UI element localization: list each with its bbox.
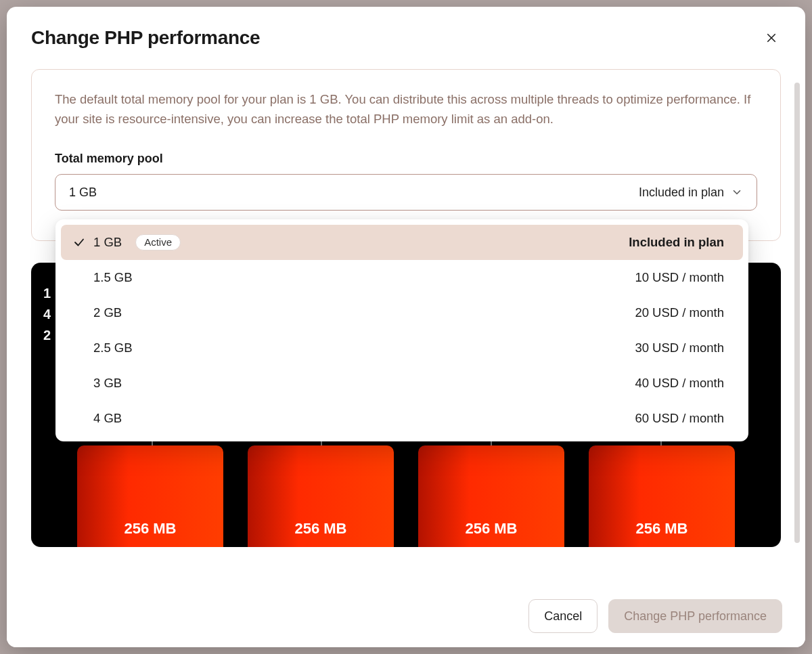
modal-body: The default total memory pool for your p… <box>7 69 805 647</box>
option-price: 60 USD / month <box>635 411 724 426</box>
thread-memory: 256 MB <box>465 520 517 538</box>
memory-option-2gb[interactable]: 2 GB 20 USD / month <box>61 295 743 330</box>
memory-option-1gb[interactable]: 1 GB Active Included in plan <box>61 225 743 260</box>
diagram-meta-line: 4 <box>43 304 51 325</box>
diagram-threads: 256 MB 256 MB 256 MB 256 MB <box>77 445 735 547</box>
option-price: 20 USD / month <box>635 305 724 320</box>
thread-memory: 256 MB <box>635 520 687 538</box>
diagram-meta: 1 4 2 <box>43 283 51 346</box>
option-price: Included in plan <box>629 235 724 250</box>
thread-card: 256 MB <box>77 445 223 547</box>
option-label: 2.5 GB <box>93 341 133 355</box>
cancel-button[interactable]: Cancel <box>528 599 597 633</box>
chevron-down-icon <box>731 186 743 198</box>
memory-pool-dropdown: 1 GB Active Included in plan 1.5 GB 10 U… <box>55 219 748 441</box>
select-right-group: Included in plan <box>639 186 743 200</box>
thread-card: 256 MB <box>589 445 735 547</box>
memory-option-1-5gb[interactable]: 1.5 GB 10 USD / month <box>61 260 743 295</box>
memory-option-2-5gb[interactable]: 2.5 GB 30 USD / month <box>61 330 743 366</box>
field-label-total-memory-pool: Total memory pool <box>55 152 757 166</box>
thread-memory: 256 MB <box>124 520 176 538</box>
modal-header: Change PHP performance <box>7 7 805 69</box>
scrollbar-thumb[interactable] <box>794 83 800 543</box>
diagram-meta-line: 2 <box>43 325 51 346</box>
change-php-performance-button[interactable]: Change PHP performance <box>608 599 782 633</box>
memory-option-3gb[interactable]: 3 GB 40 USD / month <box>61 366 743 401</box>
select-value: 1 GB <box>69 186 97 200</box>
option-label: 4 GB <box>93 411 122 426</box>
option-label: 1 GB <box>93 235 122 250</box>
thread-memory: 256 MB <box>294 520 346 538</box>
close-button[interactable] <box>762 28 781 47</box>
thread-card: 256 MB <box>418 445 564 547</box>
modal-scroll-area: The default total memory pool for your p… <box>12 69 800 647</box>
close-icon <box>765 32 777 44</box>
scrollbar[interactable] <box>794 83 800 559</box>
option-label: 3 GB <box>93 376 122 391</box>
info-card: The default total memory pool for your p… <box>31 69 781 241</box>
diagram-meta-line: 1 <box>43 283 51 304</box>
memory-pool-select[interactable]: 1 GB Included in plan <box>55 174 757 211</box>
option-label: 2 GB <box>93 305 122 320</box>
option-label: 1.5 GB <box>93 270 133 285</box>
info-text: The default total memory pool for your p… <box>55 90 757 129</box>
memory-option-4gb[interactable]: 4 GB 60 USD / month <box>61 401 743 436</box>
select-note: Included in plan <box>639 186 724 200</box>
modal-title: Change PHP performance <box>31 27 260 49</box>
check-icon <box>73 236 85 248</box>
active-badge: Active <box>135 234 181 250</box>
option-price: 40 USD / month <box>635 376 724 391</box>
modal-change-php-performance: Change PHP performance The default total… <box>7 7 805 647</box>
option-price: 10 USD / month <box>635 270 724 285</box>
thread-card: 256 MB <box>248 445 394 547</box>
option-price: 30 USD / month <box>635 341 724 355</box>
modal-footer: Cancel Change PHP performance <box>7 585 805 647</box>
